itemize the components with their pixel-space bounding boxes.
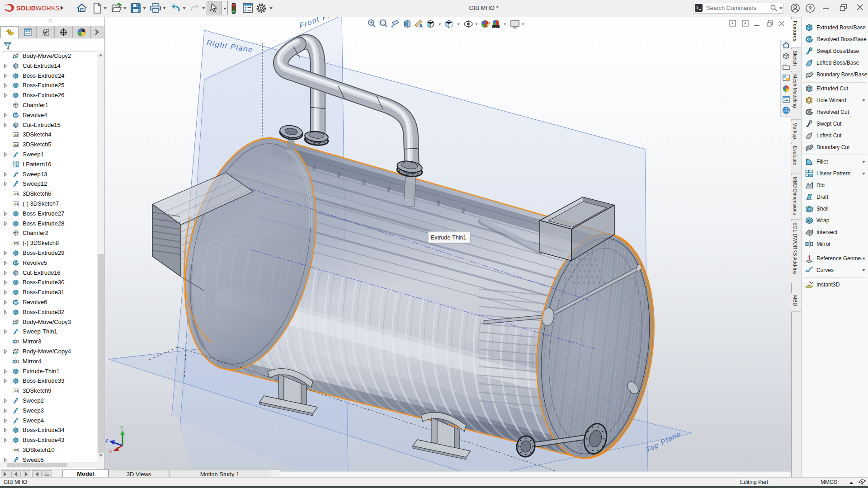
svg-text:A: A <box>419 23 423 28</box>
svg-text:3D: 3D <box>14 133 18 137</box>
svg-text:?: ? <box>808 5 812 12</box>
svg-text:3D: 3D <box>14 241 18 245</box>
svg-text:Z: Z <box>105 438 108 443</box>
svg-text:Extrude-Thin1: Extrude-Thin1 <box>431 235 467 241</box>
svg-text:3D: 3D <box>14 448 18 452</box>
svg-text:3D: 3D <box>14 202 18 206</box>
svg-text:3D: 3D <box>14 192 18 196</box>
svg-text:Y: Y <box>120 426 123 431</box>
svg-text:ab: ab <box>807 218 811 223</box>
svg-text:3D: 3D <box>14 389 18 393</box>
svg-text:X: X <box>109 449 112 454</box>
svg-text:3D: 3D <box>14 143 18 147</box>
